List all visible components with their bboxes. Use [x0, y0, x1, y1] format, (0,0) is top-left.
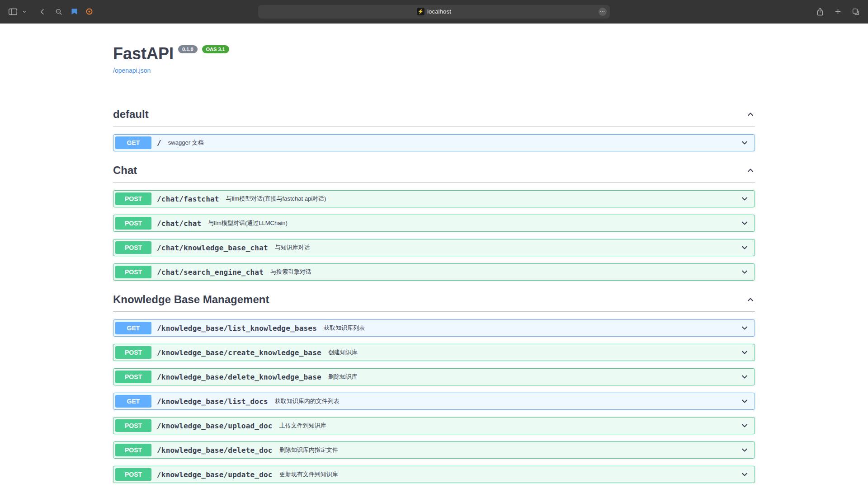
operation-row[interactable]: POST /chat/fastchat 与llm模型对话(直接与fastchat… [113, 190, 755, 207]
operation-path: /chat/chat [157, 219, 201, 228]
back-chevron-icon [38, 8, 47, 16]
toolbar-left-group [6, 6, 258, 18]
method-badge: POST [115, 444, 151, 456]
section-header[interactable]: Knowledge Base Management [113, 288, 755, 312]
operation-row[interactable]: POST /knowledge_base/delete_doc 删除知识库内指定… [113, 441, 755, 459]
expand-chevron-icon[interactable] [740, 324, 749, 333]
operation-row[interactable]: GET / swagger 文档 [113, 134, 755, 151]
chevron-down-icon [22, 9, 27, 14]
operation-description: 创建知识库 [328, 348, 740, 357]
operation-row[interactable]: POST /chat/chat 与llm模型对话(通过LLMChain) [113, 215, 755, 232]
section-title: default [113, 108, 149, 121]
collapse-chevron-icon[interactable] [746, 295, 755, 304]
operation-description: 获取知识库列表 [324, 324, 740, 332]
expand-chevron-icon[interactable] [740, 421, 749, 430]
expand-chevron-icon[interactable] [740, 138, 749, 147]
sidebar-toggle-button[interactable] [6, 6, 19, 18]
operation-description: 与llm模型对话(通过LLMChain) [208, 219, 740, 227]
expand-chevron-icon[interactable] [740, 348, 749, 357]
content-wrapper: FastAPI 0.1.0 OAS 3.1 /openapi.json defa… [104, 23, 764, 488]
method-badge: POST [115, 217, 151, 230]
share-button[interactable] [814, 5, 826, 18]
method-badge: POST [115, 468, 151, 481]
operation-description: 与llm模型对话(直接与fastchat api对话) [226, 195, 740, 203]
operation-description: 更新现有文件到知识库 [279, 470, 740, 479]
operation-path: /knowledge_base/create_knowledge_base [157, 348, 321, 357]
orange-extension-button[interactable] [84, 6, 94, 17]
api-section: default GET / swagger 文档 [113, 103, 755, 151]
swagger-page: FastAPI 0.1.0 OAS 3.1 /openapi.json defa… [0, 23, 868, 488]
tab-overview-icon [852, 8, 860, 16]
operation-path: /knowledge_base/list_knowledge_bases [157, 324, 317, 333]
toolbar-center-group: ⚡ localhost ⋯ [258, 5, 610, 19]
section-title: Chat [113, 164, 137, 177]
blue-extension-icon [71, 8, 78, 15]
expand-chevron-icon[interactable] [740, 397, 749, 406]
operation-row[interactable]: POST /knowledge_base/upload_doc 上传文件到知识库 [113, 417, 755, 434]
operation-row[interactable]: POST /chat/search_engine_chat 与搜索引擎对话 [113, 263, 755, 281]
operation-row[interactable]: GET /knowledge_base/list_docs 获取知识库内的文件列… [113, 393, 755, 410]
operation-description: 上传文件到知识库 [279, 422, 740, 430]
operation-path: /chat/fastchat [157, 195, 219, 203]
method-badge: POST [115, 371, 151, 383]
search-button[interactable] [53, 6, 65, 18]
operation-row[interactable]: POST /chat/knowledge_base_chat 与知识库对话 [113, 239, 755, 256]
url-bar[interactable]: ⚡ localhost ⋯ [258, 5, 610, 19]
section-header[interactable]: Chat [113, 159, 755, 183]
operation-path: /knowledge_base/upload_doc [157, 422, 273, 430]
method-badge: POST [115, 192, 151, 205]
collapse-chevron-icon[interactable] [746, 110, 755, 119]
new-tab-button[interactable] [832, 6, 844, 17]
api-section: Knowledge Base Management GET /knowledge… [113, 288, 755, 488]
collapse-chevron-icon[interactable] [746, 166, 755, 175]
operations-list: GET /knowledge_base/list_knowledge_bases… [113, 319, 755, 488]
sections-container: default GET / swagger 文档 Chat POST /chat… [113, 103, 755, 488]
method-badge: GET [115, 395, 151, 408]
operation-description: 删除知识库 [328, 373, 740, 381]
expand-chevron-icon[interactable] [740, 446, 749, 455]
search-icon [55, 8, 63, 16]
expand-chevron-icon[interactable] [740, 219, 749, 228]
operation-row[interactable]: GET /knowledge_base/list_knowledge_bases… [113, 319, 755, 337]
page-menu-button[interactable]: ⋯ [599, 8, 607, 16]
api-title: FastAPI 0.1.0 OAS 3.1 [113, 44, 755, 63]
operation-row[interactable]: POST /knowledge_base/update_doc 更新现有文件到知… [113, 466, 755, 483]
expand-chevron-icon[interactable] [740, 194, 749, 203]
openapi-link[interactable]: /openapi.json [113, 67, 151, 74]
expand-chevron-icon[interactable] [740, 470, 749, 479]
ellipsis-icon: ⋯ [600, 9, 605, 14]
method-badge: POST [115, 346, 151, 359]
expand-chevron-icon[interactable] [740, 243, 749, 252]
operation-row[interactable]: POST /knowledge_base/delete_knowledge_ba… [113, 368, 755, 385]
blue-extension-button[interactable] [69, 6, 80, 17]
url-text: localhost [427, 8, 451, 15]
operations-list: POST /chat/fastchat 与llm模型对话(直接与fastchat… [113, 190, 755, 281]
plus-icon [834, 8, 842, 15]
operation-path: /knowledge_base/delete_knowledge_base [157, 373, 321, 381]
method-badge: POST [115, 266, 151, 278]
expand-chevron-icon[interactable] [740, 372, 749, 381]
operation-path: /chat/search_engine_chat [157, 268, 264, 277]
api-info: FastAPI 0.1.0 OAS 3.1 /openapi.json [113, 23, 755, 75]
operation-path: /knowledge_base/list_docs [157, 397, 268, 406]
operation-row[interactable]: POST /knowledge_base/create_knowledge_ba… [113, 344, 755, 361]
api-section: Chat POST /chat/fastchat 与llm模型对话(直接与fas… [113, 159, 755, 281]
back-button[interactable] [37, 6, 48, 18]
expand-chevron-icon[interactable] [740, 267, 749, 277]
api-title-text: FastAPI [113, 44, 174, 63]
sidebar-menu-button[interactable] [20, 8, 28, 16]
operation-path: /knowledge_base/delete_doc [157, 446, 273, 455]
sidebar-icon [8, 8, 18, 16]
section-header[interactable]: default [113, 103, 755, 127]
method-badge: POST [115, 241, 151, 254]
operation-description: 删除知识库内指定文件 [279, 446, 740, 454]
orange-extension-icon [85, 8, 93, 15]
operation-path: /knowledge_base/update_doc [157, 470, 273, 479]
tab-overview-button[interactable] [850, 6, 862, 18]
operation-description: 获取知识库内的文件列表 [275, 397, 740, 405]
browser-toolbar: ⚡ localhost ⋯ [0, 0, 868, 23]
method-badge: POST [115, 419, 151, 432]
operation-description: swagger 文档 [168, 139, 740, 147]
oas-badge: OAS 3.1 [202, 45, 229, 53]
toolbar-right-group [610, 5, 862, 18]
